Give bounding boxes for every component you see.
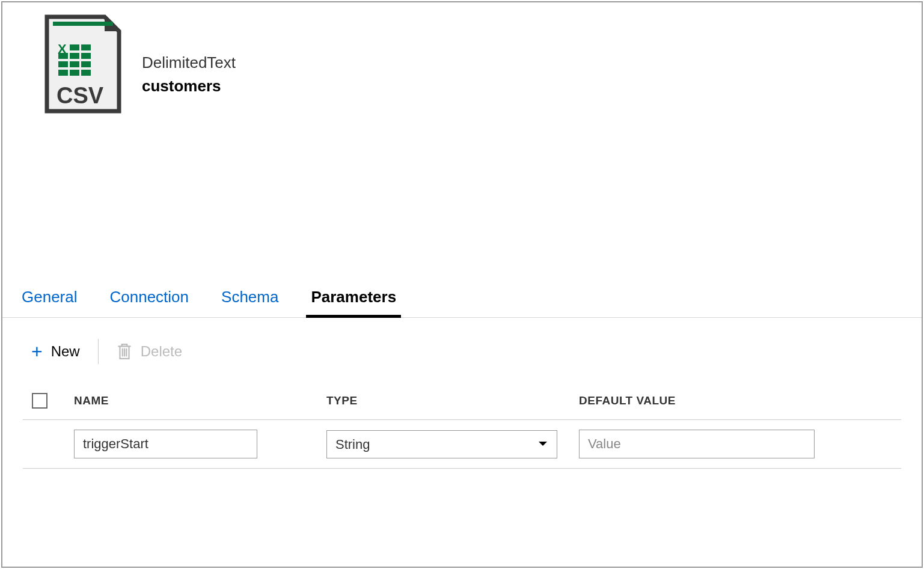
plus-icon: + xyxy=(31,341,43,363)
parameter-name-input[interactable] xyxy=(74,430,257,458)
tab-connection[interactable]: Connection xyxy=(109,282,191,317)
name-column-header: NAME xyxy=(74,394,326,407)
svg-rect-10 xyxy=(58,70,68,76)
parameter-default-input[interactable] xyxy=(579,430,815,458)
trash-icon xyxy=(117,343,132,360)
tab-bar: General Connection Schema Parameters xyxy=(2,282,922,318)
checkbox-column-header xyxy=(23,393,74,409)
table-header-row: NAME TYPE DEFAULT VALUE xyxy=(23,382,901,420)
svg-rect-12 xyxy=(81,70,91,76)
svg-rect-8 xyxy=(70,61,79,67)
tab-general[interactable]: General xyxy=(20,282,79,317)
svg-rect-11 xyxy=(70,70,79,76)
svg-rect-7 xyxy=(58,61,68,67)
svg-rect-0 xyxy=(53,22,113,26)
dataset-title-block: DelimitedText customers xyxy=(142,32,236,96)
svg-rect-2 xyxy=(70,44,79,50)
default-value-column-header: DEFAULT VALUE xyxy=(579,394,901,407)
delete-button: Delete xyxy=(117,343,182,360)
name-cell xyxy=(74,430,326,458)
dataset-header: X CSV DelimitedText customers xyxy=(2,2,922,114)
toolbar: + New Delete xyxy=(2,318,922,382)
svg-rect-6 xyxy=(81,53,91,59)
type-column-header: TYPE xyxy=(326,394,579,407)
parameters-table: NAME TYPE DEFAULT VALUE String xyxy=(23,382,901,469)
dataset-name-label: customers xyxy=(142,77,236,96)
csv-file-icon: X CSV xyxy=(44,14,121,114)
svg-rect-3 xyxy=(81,44,91,50)
dataset-panel: X CSV DelimitedText customers General Co… xyxy=(1,1,923,568)
table-row: String xyxy=(23,420,901,469)
svg-rect-4 xyxy=(58,53,68,59)
toolbar-divider xyxy=(98,339,99,364)
select-all-checkbox[interactable] xyxy=(32,393,47,409)
new-button[interactable]: + New xyxy=(31,341,80,363)
new-button-label: New xyxy=(51,343,80,360)
default-value-cell xyxy=(579,430,901,458)
svg-text:CSV: CSV xyxy=(57,83,104,108)
type-cell: String xyxy=(326,430,579,458)
tab-parameters[interactable]: Parameters xyxy=(310,282,397,317)
svg-rect-5 xyxy=(70,53,79,59)
tab-schema[interactable]: Schema xyxy=(220,282,280,317)
svg-rect-9 xyxy=(81,61,91,67)
parameter-type-select[interactable]: String xyxy=(326,430,557,458)
delete-button-label: Delete xyxy=(141,343,182,360)
dataset-type-label: DelimitedText xyxy=(142,53,236,72)
